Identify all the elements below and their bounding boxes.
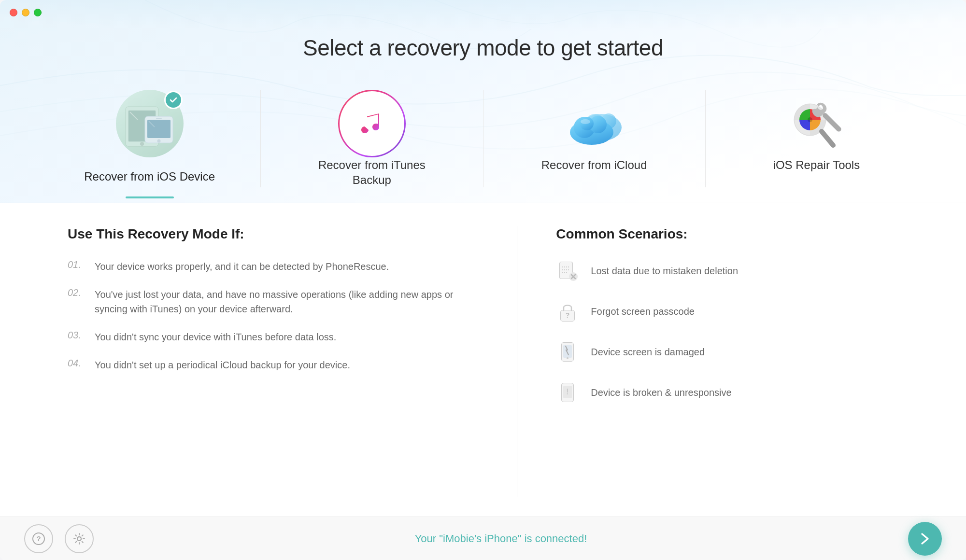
condition-num-1: 01. (68, 259, 87, 270)
mode-repair-tools[interactable]: iOS Repair Tools (706, 85, 927, 187)
icloud-label: Recover from iCloud (541, 157, 647, 172)
selected-check-badge (164, 91, 183, 109)
scenario-text-4: Device is broken & unresponsive (591, 387, 731, 398)
footer: ? Your "iMobie's iPhone" is connected! (0, 517, 966, 560)
scenario-item-1: Lost data due to mistaken deletion (556, 259, 898, 282)
condition-item-4: 04. You didn't set up a periodical iClou… (68, 358, 478, 372)
footer-status: Your "iMobie's iPhone" is connected! (415, 532, 587, 545)
condition-item-3: 03. You didn't sync your device with iTu… (68, 330, 478, 344)
footer-left: ? (24, 524, 94, 553)
condition-list: 01. Your device works properly, and it c… (68, 259, 478, 372)
itunes-music-icon (355, 107, 389, 140)
conditions-title: Use This Recovery Mode If: (68, 226, 478, 242)
condition-num-3: 03. (68, 330, 87, 341)
common-scenarios: Common Scenarios: (556, 226, 898, 497)
condition-text-4: You didn't set up a periodical iCloud ba… (95, 358, 350, 372)
traffic-lights (10, 9, 42, 16)
repair-tools-icon-wrapper (782, 90, 850, 157)
svg-point-19 (808, 117, 812, 122)
scenario-item-2: ? Forgot screen passcode (556, 300, 898, 323)
svg-rect-7 (156, 118, 162, 119)
ios-device-icon-wrapper (116, 90, 184, 157)
condition-item-1: 01. Your device works properly, and it c… (68, 259, 478, 274)
device-broken-icon: ! (556, 381, 579, 404)
minimize-button[interactable] (22, 9, 29, 16)
mode-ios-device[interactable]: Recover from iOS Device (39, 85, 260, 198)
settings-button[interactable] (65, 524, 94, 553)
scenario-text-2: Forgot screen passcode (591, 306, 695, 317)
main-content: Select a recovery mode to get started (0, 25, 966, 517)
svg-rect-35 (563, 345, 572, 358)
modes-row: Recover from iOS Device (0, 85, 966, 202)
condition-text-1: Your device works properly, and it can b… (95, 259, 389, 274)
scenarios-title: Common Scenarios: (556, 226, 898, 242)
svg-point-17 (581, 119, 590, 124)
svg-line-20 (822, 131, 833, 145)
ios-device-label: Recover from iOS Device (84, 169, 215, 184)
svg-text:?: ? (566, 311, 570, 319)
scenario-text-1: Lost data due to mistaken deletion (591, 266, 738, 277)
file-delete-icon (556, 259, 579, 282)
scenario-text-3: Device screen is damaged (591, 347, 705, 358)
itunes-backup-label: Recover from iTunesBackup (318, 157, 426, 187)
condition-text-2: You've just lost your data, and have no … (95, 287, 478, 316)
svg-point-36 (567, 357, 568, 359)
itunes-icon-wrapper (338, 90, 406, 157)
scenario-list: Lost data due to mistaken deletion ? For… (556, 259, 898, 404)
scenario-item-3: Device screen is damaged (556, 340, 898, 364)
next-button[interactable] (908, 522, 942, 556)
selected-underline (126, 196, 174, 198)
svg-rect-5 (147, 120, 170, 138)
condition-item-2: 02. You've just lost your data, and have… (68, 287, 478, 316)
condition-num-4: 04. (68, 358, 87, 369)
repair-tools-icon (785, 95, 848, 153)
close-button[interactable] (10, 9, 17, 16)
svg-point-3 (140, 142, 144, 146)
vertical-divider (517, 226, 517, 497)
app-window: Select a recovery mode to get started (0, 0, 966, 560)
mode-icloud[interactable]: Recover from iCloud (483, 85, 705, 187)
condition-num-2: 02. (68, 287, 87, 298)
icloud-icon-wrapper (560, 90, 628, 157)
titlebar (0, 0, 966, 25)
mode-itunes-backup[interactable]: Recover from iTunesBackup (261, 85, 483, 202)
page-title: Select a recovery mode to get started (0, 35, 966, 61)
condition-text-3: You didn't sync your device with iTunes … (95, 330, 336, 344)
icloud-icon (560, 99, 628, 148)
help-button[interactable]: ? (24, 524, 53, 553)
lock-question-icon: ? (556, 300, 579, 323)
maximize-button[interactable] (34, 9, 42, 16)
svg-point-44 (77, 537, 81, 541)
svg-text:?: ? (36, 534, 41, 543)
svg-point-6 (157, 140, 160, 143)
info-section: Use This Recovery Mode If: 01. Your devi… (0, 202, 966, 517)
scenario-item-4: ! Device is broken & unresponsive (556, 381, 898, 404)
screen-damage-icon (556, 340, 579, 364)
recovery-conditions: Use This Recovery Mode If: 01. Your devi… (68, 226, 478, 497)
repair-tools-label: iOS Repair Tools (773, 157, 860, 172)
svg-text:!: ! (567, 388, 569, 396)
